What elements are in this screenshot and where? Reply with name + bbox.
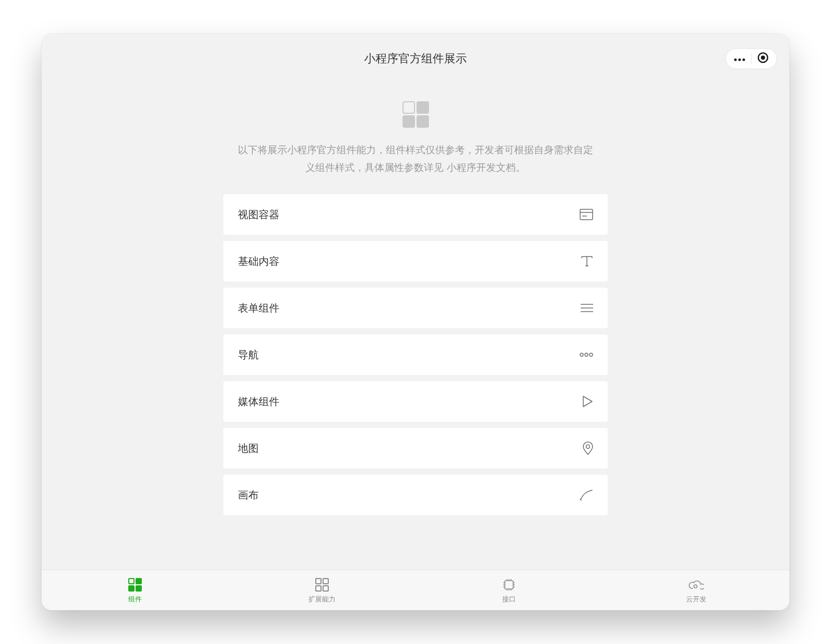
media-icon — [582, 395, 593, 408]
nav-icon — [580, 353, 593, 357]
map-icon — [583, 441, 593, 455]
tab-components[interactable]: 组件 — [42, 570, 229, 610]
canvas-icon — [580, 489, 593, 501]
cloud-icon — [688, 577, 704, 593]
page-title: 小程序官方组件展示 — [364, 51, 467, 66]
close-button[interactable] — [752, 49, 774, 69]
intro-text: 以下将展示小程序官方组件能力，组件样式仅供参考，开发者可根据自身需求自定义组件样… — [226, 141, 605, 177]
svg-point-13 — [589, 353, 593, 356]
svg-rect-15 — [505, 581, 513, 589]
logo-icon — [42, 101, 789, 128]
list-item-label: 媒体组件 — [238, 395, 279, 409]
svg-rect-5 — [580, 209, 593, 220]
tab-label: 扩展能力 — [309, 595, 336, 604]
svg-point-0 — [734, 59, 737, 61]
more-icon — [734, 54, 745, 63]
list-item-label: 导航 — [238, 348, 259, 362]
list-item-label: 地图 — [238, 441, 259, 455]
tab-label: 组件 — [128, 595, 142, 604]
capsule-menu — [726, 48, 777, 69]
tab-label: 接口 — [502, 595, 516, 604]
svg-point-1 — [739, 59, 741, 61]
content-area: 以下将展示小程序官方组件能力，组件样式仅供参考，开发者可根据自身需求自定义组件样… — [42, 74, 789, 570]
tab-label: 云开发 — [686, 595, 706, 604]
list-item-basic-content[interactable]: 基础内容 — [223, 241, 608, 281]
more-button[interactable] — [728, 49, 751, 69]
app-window: 小程序官方组件展示 以下将展示小程序官方组件能力，组 — [42, 34, 789, 610]
component-list: 视图容器 基础内容 表单组件 导航 — [223, 194, 608, 515]
list-item-label: 视图容器 — [238, 208, 279, 222]
tab-extensions[interactable]: 扩展能力 — [229, 570, 416, 610]
text-icon — [581, 255, 593, 267]
list-item-label: 画布 — [238, 488, 259, 502]
tab-api[interactable]: 接口 — [416, 570, 602, 610]
svg-point-14 — [586, 445, 590, 449]
list-item-navigation[interactable]: 导航 — [223, 334, 608, 375]
svg-point-12 — [585, 353, 588, 356]
tabbar: 组件 扩展能力 接口 云开发 — [42, 570, 789, 610]
list-item-view-container[interactable]: 视图容器 — [223, 194, 608, 235]
list-item-canvas[interactable]: 画布 — [223, 475, 608, 515]
list-item-media[interactable]: 媒体组件 — [223, 381, 608, 422]
tab-cloud[interactable]: 云开发 — [602, 570, 789, 610]
list-item-label: 表单组件 — [238, 301, 279, 315]
list-item-label: 基础内容 — [238, 254, 279, 269]
svg-point-11 — [580, 353, 583, 356]
components-icon — [127, 577, 143, 593]
api-icon — [501, 577, 517, 593]
target-icon — [757, 52, 769, 65]
extensions-icon — [314, 577, 330, 593]
list-item-form[interactable]: 表单组件 — [223, 288, 608, 328]
list-item-map[interactable]: 地图 — [223, 428, 608, 468]
svg-point-2 — [743, 59, 745, 61]
container-icon — [580, 209, 593, 220]
form-icon — [581, 303, 593, 313]
svg-point-4 — [761, 56, 765, 60]
header: 小程序官方组件展示 — [42, 43, 789, 74]
